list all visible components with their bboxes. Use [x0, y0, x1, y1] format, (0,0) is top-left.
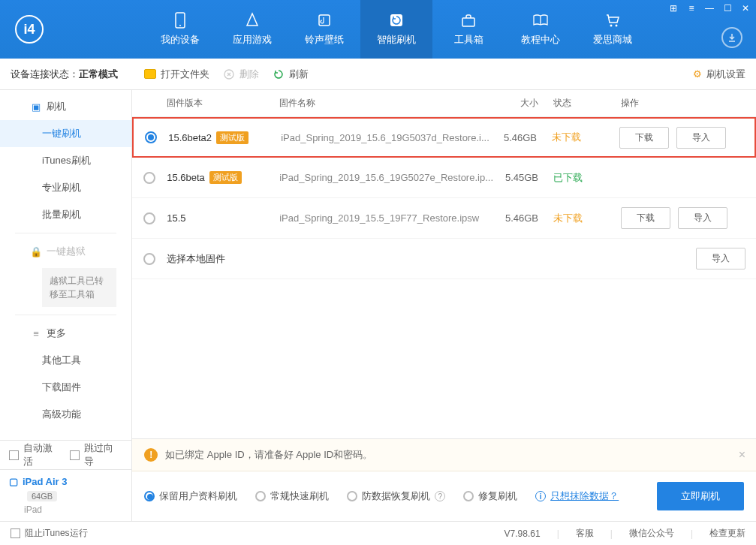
sidebar-other-tools[interactable]: 其他工具 [0, 347, 131, 374]
flash-settings-button[interactable]: ⚙ 刷机设置 [693, 68, 745, 81]
svg-rect-2 [319, 15, 330, 26]
th-size: 大小 [493, 97, 553, 110]
customer-service-link[interactable]: 客服 [576, 527, 594, 540]
bottom-panel: ! 如已绑定 Apple ID，请准备好 Apple ID和密码。 × 保留用户… [132, 438, 756, 521]
flash-now-button[interactable]: 立即刷机 [657, 482, 744, 510]
download-button[interactable]: 下载 [621, 207, 670, 229]
sidebar-pro-flash[interactable]: 专业刷机 [0, 174, 131, 201]
folder-icon [144, 68, 156, 80]
nav-toolbox[interactable]: 工具箱 [432, 0, 505, 59]
tablet-icon: ▢ [9, 476, 18, 487]
block-itunes-checkbox[interactable]: 阻止iTunes运行 [11, 527, 88, 540]
firmware-radio[interactable] [145, 131, 157, 143]
sidebar-download-firmware[interactable]: 下载固件 [0, 374, 131, 401]
refresh-button[interactable]: 刷新 [273, 68, 309, 81]
sidebar-bottom: 自动激活 跳过向导 ▢ iPad Air 3 64GB iPad [0, 440, 131, 521]
svg-point-5 [610, 25, 613, 27]
opt-recover[interactable]: 防数据恢复刷机? [347, 489, 445, 503]
skip-guide-checkbox[interactable]: 跳过向导 [70, 441, 123, 468]
info-icon[interactable]: i [535, 491, 546, 501]
firmware-row: 15.6beta2 测试版 iPad_Spring_2019_15.6_19G5… [132, 117, 756, 158]
refresh-small-icon [273, 68, 285, 80]
nav-tutorials[interactable]: 教程中心 [505, 0, 577, 59]
opt-keep-data[interactable]: 保留用户资料刷机 [144, 489, 237, 503]
content: 固件版本 固件名称 大小 状态 操作 15.6beta2 测试版 iPad_Sp… [132, 90, 756, 521]
main-nav: 我的设备 应用游戏 铃声壁纸 智能刷机 工具箱 教程中心 爱思商城 [144, 0, 649, 59]
version-label: V7.98.61 [505, 528, 541, 539]
th-name: 固件名称 [279, 97, 493, 110]
device-type: iPad [24, 504, 122, 515]
firmware-row: 15.5 iPad_Spring_2019_15.5_19F77_Restore… [132, 198, 756, 239]
import-button[interactable]: 导入 [676, 127, 726, 149]
device-storage: 64GB [27, 491, 57, 501]
fw-size: 5.46GB [493, 212, 553, 224]
menu-icon[interactable]: ≡ [685, 3, 697, 14]
nav-ringtones[interactable]: 铃声壁纸 [288, 0, 360, 59]
fw-version: 15.6beta2 [168, 132, 212, 143]
delete-icon [223, 68, 235, 80]
close-icon[interactable]: ✕ [739, 3, 751, 14]
svg-point-6 [616, 25, 618, 27]
firmware-radio[interactable] [143, 172, 155, 184]
nav-my-device[interactable]: 我的设备 [144, 0, 216, 59]
erase-data-link[interactable]: 只想抹除数据？ [550, 489, 619, 503]
main-area: ▣ 刷机 一键刷机 iTunes刷机 专业刷机 批量刷机 🔒 一键越狱 越狱工具… [0, 90, 756, 521]
fw-version: 15.5 [167, 212, 185, 224]
delete-button[interactable]: 删除 [223, 68, 259, 81]
check-update-link[interactable]: 检查更新 [709, 527, 745, 540]
status-bar: 阻止iTunes运行 V7.98.61 | 客服 | 微信公众号 | 检查更新 [0, 521, 756, 545]
download-button[interactable]: 下载 [619, 127, 669, 149]
sidebar-batch-flash[interactable]: 批量刷机 [0, 201, 131, 228]
app-header: i4 爱思助手 www.i4.cn 我的设备 应用游戏 铃声壁纸 智能刷机 工具… [0, 0, 756, 59]
flash-icon: ▣ [30, 101, 42, 113]
sidebar-jailbreak: 🔒 一键越狱 [0, 238, 131, 265]
device-name[interactable]: ▢ iPad Air 3 [9, 476, 122, 487]
lock-icon: 🔒 [30, 246, 42, 257]
sidebar-one-click-flash[interactable]: 一键刷机 [0, 120, 131, 147]
gear-icon: ⚙ [693, 68, 702, 80]
phone-icon [172, 12, 188, 29]
music-icon [316, 12, 333, 29]
firmware-radio[interactable] [143, 253, 155, 265]
import-button[interactable]: 导入 [696, 248, 745, 269]
toolbox-icon [460, 12, 477, 29]
close-warning-button[interactable]: × [739, 448, 745, 462]
local-fw-label: 选择本地固件 [167, 252, 225, 266]
help-icon[interactable]: ? [435, 491, 445, 501]
local-firmware-row: 选择本地固件 导入 [132, 239, 756, 279]
th-version: 固件版本 [167, 97, 279, 110]
nav-store[interactable]: 爱思商城 [577, 0, 649, 59]
book-icon [532, 12, 549, 29]
grid-icon[interactable]: ⊞ [667, 3, 679, 14]
opt-repair[interactable]: 修复刷机 [463, 489, 517, 503]
apps-icon [244, 12, 261, 29]
table-header: 固件版本 固件名称 大小 状态 操作 [132, 90, 756, 117]
sidebar: ▣ 刷机 一键刷机 iTunes刷机 专业刷机 批量刷机 🔒 一键越狱 越狱工具… [0, 90, 132, 521]
fw-version: 15.6beta [167, 172, 205, 183]
open-folder-button[interactable]: 打开文件夹 [144, 68, 209, 81]
sidebar-itunes-flash[interactable]: iTunes刷机 [0, 147, 131, 174]
import-button[interactable]: 导入 [678, 207, 727, 229]
fw-status: 未下载 [552, 131, 619, 144]
fw-size: 5.45GB [493, 172, 553, 183]
wechat-link[interactable]: 微信公众号 [629, 527, 674, 540]
warning-text: 如已绑定 Apple ID，请准备好 Apple ID和密码。 [165, 448, 372, 462]
sidebar-flash[interactable]: ▣ 刷机 [0, 93, 131, 120]
sidebar-advanced[interactable]: 高级功能 [0, 401, 131, 428]
logo-icon: i4 [15, 15, 44, 44]
separator [15, 315, 116, 315]
firmware-radio[interactable] [143, 212, 155, 224]
maximize-icon[interactable]: ☐ [721, 3, 733, 14]
auto-activate-checkbox[interactable]: 自动激活 [9, 441, 62, 468]
fw-name: iPad_Spring_2019_15.5_19F77_Restore.ipsw [279, 212, 493, 224]
opt-normal[interactable]: 常规快速刷机 [255, 489, 329, 503]
nav-apps[interactable]: 应用游戏 [216, 0, 288, 59]
nav-smart-flash[interactable]: 智能刷机 [360, 0, 432, 59]
fw-status: 已下载 [553, 171, 621, 185]
download-indicator[interactable] [721, 27, 742, 48]
sidebar-more[interactable]: ≡ 更多 [0, 320, 131, 347]
jailbreak-note: 越狱工具已转移至工具箱 [42, 268, 116, 307]
download-icon [727, 32, 737, 43]
more-icon: ≡ [30, 328, 42, 339]
minimize-icon[interactable]: — [703, 3, 715, 14]
